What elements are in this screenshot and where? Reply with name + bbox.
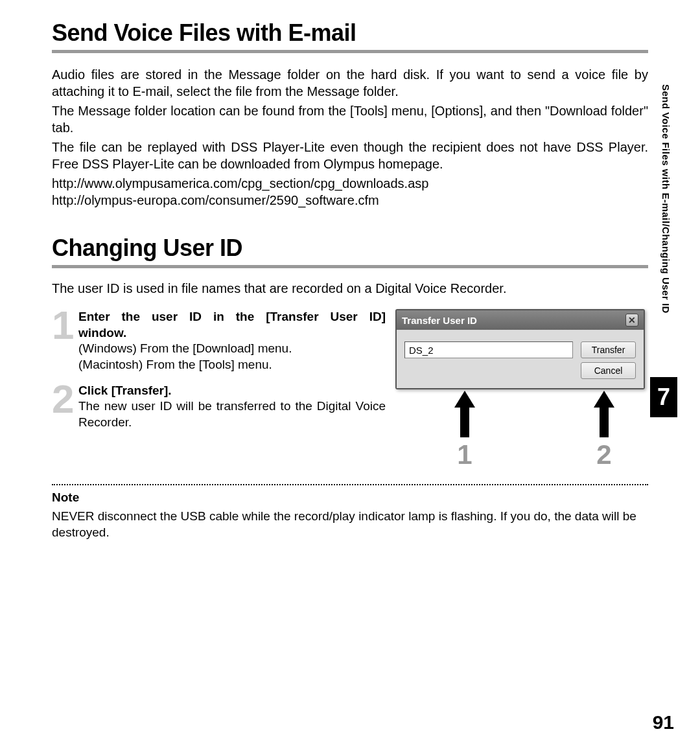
dotted-divider <box>52 484 648 485</box>
step-number-1: 1 <box>52 309 75 342</box>
step1-desc2: (Macintosh) From the [Tools] menu. <box>78 357 386 373</box>
step-2: 2 Click [Transfer]. The new user ID will… <box>52 383 386 431</box>
section2-heading: Changing User ID <box>52 235 648 262</box>
url2: http://olympus-europa.com/consumer/2590_… <box>52 192 648 209</box>
transfer-button[interactable]: Transfer <box>581 341 636 358</box>
page-number: 91 <box>653 711 674 733</box>
step-1: 1 Enter the user ID in the [Transfer Use… <box>52 309 386 373</box>
divider2 <box>52 265 648 268</box>
divider <box>52 50 648 53</box>
arrow-up-icon <box>454 391 475 408</box>
note-text: NEVER disconnect the USB cable while the… <box>52 509 648 540</box>
dialog-title: Transfer User ID <box>402 315 477 326</box>
close-icon[interactable]: ✕ <box>625 314 638 327</box>
section1-para3: The file can be replayed with DSS Player… <box>52 139 648 172</box>
step-number-2: 2 <box>52 383 75 416</box>
chapter-tab: 7 <box>650 377 677 417</box>
callout-arrows: 1 2 <box>395 391 648 475</box>
side-header-text: Send Voice Files with E-mail/Changing Us… <box>660 84 671 314</box>
callout-number-2: 2 <box>596 439 611 470</box>
callout-number-1: 1 <box>457 439 472 470</box>
step2-desc: The new user ID will be transferred to t… <box>78 398 386 430</box>
userid-input[interactable] <box>404 341 573 358</box>
url1: http://www.olympusamerica.com/cpg_sectio… <box>52 175 648 192</box>
step2-title: Click [Transfer]. <box>78 383 386 399</box>
section1-para1: Audio files are stored in the Message fo… <box>52 66 648 100</box>
section2-intro: The user ID is used in file names that a… <box>52 281 648 296</box>
step1-title: Enter the user ID in the [Transfer User … <box>78 309 386 341</box>
note-label: Note <box>52 490 648 505</box>
transfer-userid-dialog: Transfer User ID ✕ Transfer Cancel <box>395 309 645 389</box>
cancel-button[interactable]: Cancel <box>581 362 636 379</box>
arrow-up-icon <box>594 391 614 408</box>
section1-heading: Send Voice Files with E-mail <box>52 19 648 47</box>
step1-desc1: (Windows) From the [Download] menu. <box>78 341 386 357</box>
section1-para2: The Message folder location can be found… <box>52 102 648 136</box>
